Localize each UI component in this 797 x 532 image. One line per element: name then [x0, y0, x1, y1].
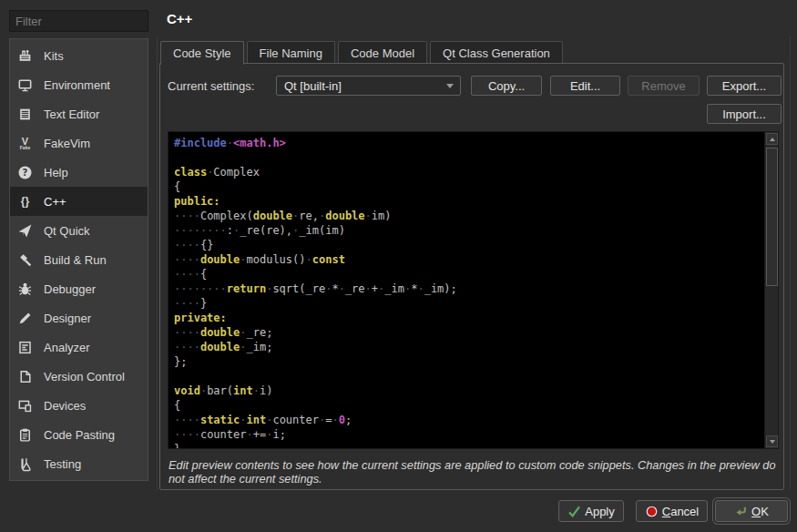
- sidebar-item-debugger[interactable]: Debugger: [10, 274, 148, 303]
- file-fold-icon: [17, 369, 33, 384]
- sidebar-item-label: Debugger: [44, 282, 96, 296]
- edit-button[interactable]: Edit...: [550, 76, 620, 96]
- devices-icon: [17, 398, 33, 414]
- braces-icon: {}: [17, 194, 33, 210]
- tab-bar: Code StyleFile NamingCode ModelQt Class …: [160, 41, 566, 64]
- sidebar-item-label: Text Editor: [44, 107, 99, 121]
- document-lines-icon: [17, 107, 33, 122]
- sidebar-item-code-pasting[interactable]: Code Pasting: [10, 420, 148, 449]
- sidebar-item-environment[interactable]: Environment: [10, 70, 148, 99]
- code-line: ····Complex(double·re,·double·im): [174, 209, 764, 223]
- code-line: private:: [174, 311, 764, 325]
- apply-button[interactable]: Apply: [558, 500, 624, 522]
- code-line: [174, 369, 764, 384]
- analyzer-icon: [17, 340, 33, 355]
- page-title: C++: [167, 11, 192, 26]
- clipboard-icon: [17, 427, 33, 443]
- sidebar-item-label: Code Pasting: [44, 428, 115, 442]
- import-button[interactable]: Import...: [707, 104, 782, 124]
- monitor-icon: [17, 77, 33, 93]
- cancel-button[interactable]: Cancel: [636, 500, 708, 522]
- paper-plane-icon: [17, 223, 33, 239]
- sidebar-item-testing[interactable]: Testing: [10, 449, 148, 478]
- sidebar-item-c[interactable]: {}C++: [10, 187, 148, 216]
- triangle-down-icon: [770, 440, 775, 444]
- code-line: ····double·_im;: [174, 340, 764, 354]
- kits-icon: [17, 48, 33, 64]
- sidebar-item-build-run[interactable]: Build & Run: [10, 245, 148, 274]
- sidebar-item-label: Qt Quick: [44, 224, 90, 238]
- help-icon: ?: [17, 165, 33, 180]
- sidebar-item-label: Version Control: [44, 370, 125, 384]
- sidebar-item-qt-quick[interactable]: Qt Quick: [10, 216, 148, 245]
- cancel-button-label: Cancel: [662, 505, 699, 518]
- sidebar-item-label: Environment: [44, 78, 110, 92]
- code-line: class·Complex: [174, 165, 764, 179]
- preview-note: Edit preview contents to see how the cur…: [169, 458, 777, 486]
- code-line: ····{}: [174, 238, 764, 252]
- sidebar-item-label: Build & Run: [44, 253, 107, 267]
- code-line: ····}: [174, 296, 764, 311]
- code-style-panel: Current settings: Qt [built-in] Copy... …: [159, 63, 784, 490]
- return-arrow-icon: [734, 505, 748, 518]
- scroll-up-button[interactable]: [766, 133, 778, 145]
- settings-combobox-value: Qt [built-in]: [284, 79, 342, 93]
- settings-combobox[interactable]: Qt [built-in]: [276, 76, 461, 96]
- category-list: KitsEnvironmentText EditorVFakeFakeVim?H…: [9, 38, 148, 481]
- sidebar-item-kits[interactable]: Kits: [10, 41, 148, 70]
- sidebar-item-fakevim[interactable]: VFakeFakeVim: [10, 128, 148, 158]
- ok-button-label: OK: [751, 505, 769, 518]
- code-line: ····counter·+=·i;: [174, 427, 764, 442]
- sidebar-item-analyzer[interactable]: Analyzer: [10, 332, 148, 362]
- sidebar-item-label: Devices: [44, 399, 86, 413]
- code-line: #include·<math.h>: [174, 136, 764, 150]
- code-line: ····static·int·counter·=·0;: [174, 413, 764, 427]
- tab-qt-class-generation[interactable]: Qt Class Generation: [430, 41, 563, 64]
- code-preview-editor[interactable]: #include·<math.h> class·Complex{public:·…: [169, 132, 764, 448]
- sidebar-item-help[interactable]: ?Help: [10, 158, 148, 187]
- code-line: void·bar(int·i): [174, 384, 764, 398]
- export-button[interactable]: Export...: [707, 76, 782, 96]
- code-line: public:: [174, 194, 764, 209]
- code-line: {: [174, 398, 764, 413]
- current-settings-label: Current settings:: [168, 79, 254, 93]
- sidebar-item-label: Kits: [44, 49, 64, 63]
- code-line: };: [174, 354, 764, 369]
- code-line: ····double·modulus()·const: [174, 252, 764, 267]
- sidebar-item-label: Testing: [44, 457, 81, 471]
- scroll-down-button[interactable]: [766, 435, 778, 447]
- code-preview-frame: #include·<math.h> class·Complex{public:·…: [168, 131, 779, 449]
- vertical-scrollbar[interactable]: [764, 132, 778, 448]
- fakevim-icon: VFake: [17, 136, 33, 151]
- hammer-icon: [17, 252, 33, 268]
- pencil-icon: [17, 311, 33, 326]
- code-line: ········return·sqrt(_re·*·_re·+·_im·*·_i…: [174, 281, 764, 296]
- tab-code-model[interactable]: Code Model: [338, 41, 427, 64]
- code-line: ····{: [174, 267, 764, 281]
- code-line: [174, 150, 764, 165]
- sidebar-item-label: C++: [44, 195, 66, 209]
- check-icon: [567, 505, 581, 518]
- ok-button[interactable]: OK: [715, 500, 788, 522]
- red-circle-icon: [645, 505, 659, 518]
- sidebar-item-designer[interactable]: Designer: [10, 303, 148, 332]
- code-line: }: [174, 442, 764, 448]
- sidebar-item-version-control[interactable]: Version Control: [10, 362, 148, 391]
- sidebar-item-label: FakeVim: [44, 137, 90, 150]
- filter-input[interactable]: [9, 10, 148, 32]
- remove-button: Remove: [628, 76, 700, 96]
- sidebar-item-label: Designer: [44, 312, 91, 325]
- code-line: {: [174, 179, 764, 194]
- scrollbar-thumb[interactable]: [766, 148, 778, 286]
- copy-button[interactable]: Copy...: [471, 76, 542, 96]
- code-line: ········:·_re(re),·_im(im): [174, 223, 764, 238]
- sidebar-item-text-editor[interactable]: Text Editor: [10, 99, 148, 128]
- sidebar-item-devices[interactable]: Devices: [10, 391, 148, 420]
- apply-button-label: Apply: [585, 505, 615, 518]
- chevron-down-icon: [446, 84, 454, 88]
- tab-file-naming[interactable]: File Naming: [247, 41, 335, 64]
- flask-icon: [17, 456, 33, 472]
- tab-code-style[interactable]: Code Style: [160, 41, 244, 65]
- svg-text:?: ?: [23, 168, 28, 178]
- triangle-up-icon: [770, 138, 775, 141]
